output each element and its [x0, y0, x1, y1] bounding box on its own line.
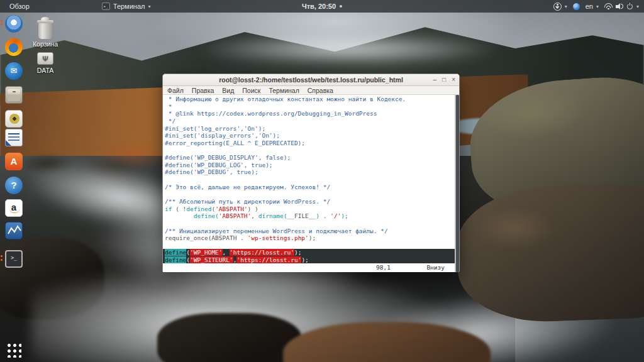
- activities-button[interactable]: Обзор: [9, 3, 30, 10]
- dock-item-ubuntu-software[interactable]: A: [5, 153, 23, 170]
- dock-item-rhythmbox[interactable]: [5, 110, 23, 128]
- accessibility-menu[interactable]: ▾: [553, 3, 567, 11]
- code-line: #define('WP_DEBUG_DISPLAY', false);: [165, 154, 455, 162]
- clock-label: Чтв, 20:50: [302, 3, 336, 10]
- activities-label: Обзор: [9, 3, 30, 10]
- file-manager-icon: [5, 86, 23, 104]
- terminal-body: * Информацию о других отладочных констан…: [163, 95, 459, 272]
- clock-button[interactable]: Чтв, 20:50: [302, 3, 342, 10]
- chromium-icon: [5, 15, 23, 33]
- scrollbar-thumb[interactable]: [456, 95, 459, 272]
- dock-item-help[interactable]: ?: [5, 177, 23, 194]
- code-line: [165, 176, 455, 184]
- wallpaper-stream-mist: [31, 268, 447, 362]
- app-menu-label: Терминал: [113, 3, 145, 10]
- terminal-window: root@losst-2:/home/testlosst/web/test.lo…: [162, 74, 460, 272]
- code-line: #define('WP_DEBUG_LOG', true);: [165, 162, 455, 169]
- code-line: */: [165, 118, 455, 125]
- code-line: if ( !defined('ABSPATH') ): [165, 206, 455, 213]
- code-line: [165, 146, 455, 154]
- window-title: root@losst-2:/home/testlosst/web/test.lo…: [219, 76, 403, 84]
- close-button[interactable]: ×: [452, 77, 455, 83]
- wallpaper-rock-brown: [283, 322, 491, 362]
- code-line: [165, 242, 455, 250]
- dock-item-firefox[interactable]: [5, 38, 23, 56]
- code-line: [165, 190, 455, 198]
- scrollbar[interactable]: [455, 95, 459, 272]
- minimize-button[interactable]: –: [433, 77, 437, 83]
- code-line-highlighted: define('WP_HOME', 'https://losst.ru');: [163, 249, 455, 256]
- code-line: /** Абсолютный путь к директории WordPre…: [165, 198, 455, 206]
- system-menu[interactable]: ▾: [604, 3, 639, 10]
- dock-item-libreoffice-writer[interactable]: [5, 129, 23, 146]
- wallpaper-rocks: [13, 142, 154, 186]
- code-line: #define('WP_DEBUG', true);: [165, 168, 455, 176]
- cursor-position: 98,1: [376, 263, 391, 272]
- accessibility-icon: [553, 3, 562, 11]
- desktop-icon-data-drive[interactable]: Ψ DATA: [25, 50, 65, 74]
- app-menu[interactable]: ▸_ Терминал ▾: [102, 3, 151, 10]
- menu-terminal[interactable]: Терминал: [269, 87, 299, 94]
- code-line: * @link https://codex.wordpress.org/Debu…: [165, 110, 455, 118]
- dock-item-thunderbird[interactable]: ✉: [5, 62, 23, 80]
- show-applications-button[interactable]: [5, 341, 23, 359]
- dock-item-amazon[interactable]: a: [5, 199, 23, 217]
- thunderbird-icon: ✉: [5, 62, 23, 80]
- chevron-down-icon: ▾: [596, 4, 599, 9]
- music-player-icon: [5, 110, 23, 128]
- app-indicator-icon[interactable]: [573, 3, 580, 10]
- dock: ✉ A ? a >_: [0, 13, 28, 362]
- desktop-icon-trash[interactable]: Корзина: [25, 23, 65, 48]
- terminal-icon: >_: [5, 250, 23, 268]
- menu-view[interactable]: Вид: [222, 87, 234, 94]
- chevron-down-icon: ▾: [636, 4, 639, 9]
- menu-edit[interactable]: Правка: [192, 87, 214, 94]
- usb-drive-icon: Ψ: [37, 52, 53, 65]
- code-line: /* Это всё, дальше не редактируем. Успех…: [165, 184, 455, 191]
- dock-item-files[interactable]: [5, 86, 23, 104]
- maximize-button[interactable]: □: [442, 77, 446, 83]
- dock-item-system-monitor[interactable]: [5, 222, 23, 239]
- wallpaper-clouds: [193, 33, 502, 65]
- code-line: * Информацию о других отладочных констан…: [165, 96, 455, 103]
- scroll-position: Внизу: [426, 263, 445, 272]
- menu-bar: Файл Правка Вид Поиск Терминал Справка: [163, 86, 459, 95]
- wifi-icon: [604, 3, 613, 9]
- code-line: *: [165, 103, 455, 111]
- terminal-app-icon: ▸_: [102, 3, 110, 10]
- code-line: #error_reporting(E_ALL ^ E_DEPRECATED);: [165, 140, 455, 147]
- window-titlebar[interactable]: root@losst-2:/home/testlosst/web/test.lo…: [163, 74, 459, 86]
- code-line: #ini_set('log_errors','On');: [165, 125, 455, 133]
- amazon-icon: a: [5, 199, 23, 217]
- code-line: require_once(ABSPATH . 'wp-settings.php'…: [165, 234, 455, 242]
- menu-search[interactable]: Поиск: [242, 87, 260, 94]
- keyboard-layout-menu[interactable]: en ▾: [586, 3, 599, 10]
- wallpaper-rock-dark: [157, 313, 302, 362]
- help-icon: ?: [5, 177, 23, 194]
- menu-help[interactable]: Справка: [308, 87, 333, 94]
- desktop-icon-label: Корзина: [25, 40, 65, 48]
- dock-item-chromium[interactable]: [5, 15, 23, 33]
- trash-icon: [38, 23, 52, 39]
- app-grid-icon: [6, 343, 21, 358]
- power-icon: [626, 3, 633, 10]
- code-line: [165, 220, 455, 228]
- firefox-icon: [5, 38, 23, 56]
- wallpaper-boulder-bottom: [455, 182, 644, 325]
- code-line: define('ABSPATH', dirname(__FILE__) . '/…: [165, 212, 455, 220]
- code-line: /** Инициализирует переменные WordPress …: [165, 228, 455, 235]
- wallpaper-lake: [451, 118, 535, 134]
- wallpaper-boulder-top: [465, 72, 644, 221]
- terminal-content[interactable]: * Информацию о других отладочных констан…: [163, 95, 455, 263]
- dock-item-terminal[interactable]: >_: [5, 250, 23, 268]
- software-store-icon: A: [5, 153, 23, 170]
- code-line: #ini_set('display_errors','On');: [165, 132, 455, 140]
- notification-dot: [340, 5, 342, 8]
- top-bar: Обзор ▸_ Терминал ▾ Чтв, 20:50 ▾ en ▾: [0, 0, 644, 13]
- keyboard-layout-label: en: [586, 3, 593, 10]
- menu-file[interactable]: Файл: [167, 87, 184, 94]
- vim-status-line: 98,1 Внизу: [163, 263, 455, 272]
- code-line-highlighted: define('WP_SITEURL','https://losst.ru');: [163, 256, 455, 263]
- chevron-down-icon: ▾: [565, 4, 567, 9]
- volume-icon: [616, 3, 623, 9]
